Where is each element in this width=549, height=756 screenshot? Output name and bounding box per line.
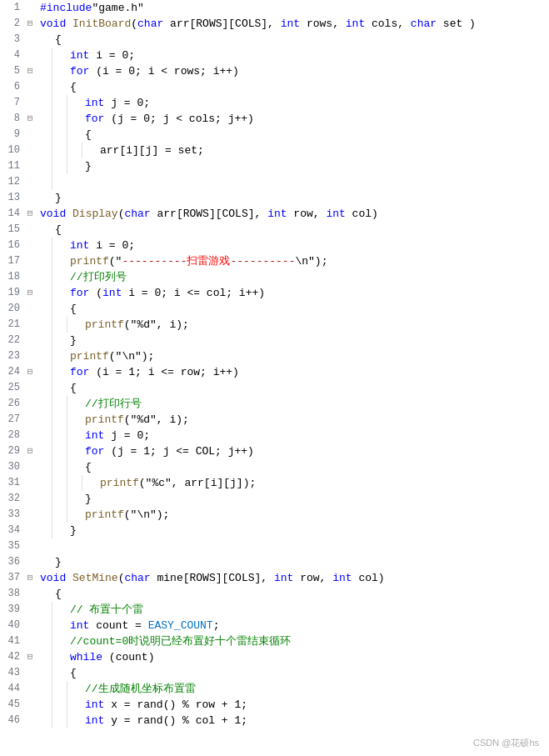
line-number: 16 [0,238,23,253]
line-number: 38 [0,586,23,602]
line-number: 31 [0,475,23,491]
code-text: //打印列号 [67,269,549,285]
fold-button[interactable]: ⊟ [23,111,37,127]
fold-button [23,253,37,269]
fold-button[interactable]: ⊟ [23,206,37,222]
code-text: int count = EASY_COUNT; [67,618,549,633]
fold-button [23,507,37,523]
code-line: 9{ [0,127,549,143]
indent-guide [52,649,67,665]
indent-guide [52,443,67,459]
fold-button[interactable]: ⊟ [23,364,37,380]
code-line: 38{ [0,586,549,602]
line-number: 20 [0,301,23,317]
indent-guide [52,127,67,143]
indent-guide [52,301,67,317]
code-text: for (j = 1; j <= COL; j++) [82,443,549,459]
code-line: 7int j = 0; [0,95,549,111]
fold-button[interactable]: ⊟ [23,63,37,79]
fold-button[interactable]: ⊟ [23,443,37,459]
indent-guide [37,174,52,190]
indent-guide [37,317,52,333]
line-number: 6 [0,79,23,95]
code-text: { [67,301,549,317]
code-line: 5⊟for (i = 0; i < rows; i++) [0,63,549,79]
code-text: arr[i][j] = set; [97,143,549,158]
code-text [52,538,549,554]
code-text: printf("\n"); [67,348,549,364]
indent-guide [52,412,67,428]
line-number: 41 [0,633,23,649]
indent-guide [37,523,52,538]
line-number: 23 [0,348,23,364]
code-text: { [82,459,549,475]
code-line: 43{ [0,665,549,681]
code-text: } [52,190,549,206]
indent-guide [67,127,82,143]
line-number: 28 [0,428,23,443]
code-text: { [52,32,549,48]
line-number: 8 [0,111,23,127]
fold-button[interactable]: ⊟ [23,570,37,586]
line-number: 42 [0,649,23,665]
fold-button[interactable]: ⊟ [23,16,37,32]
line-number: 12 [0,174,23,190]
fold-button[interactable]: ⊟ [23,285,37,301]
fold-button [23,143,37,158]
code-text: } [82,158,549,174]
code-line: 34} [0,523,549,538]
line-number: 29 [0,443,23,459]
indent-guide [52,602,67,618]
code-line: 39// 布置十个雷 [0,602,549,618]
code-line: 30{ [0,459,549,475]
code-line: 11} [0,158,549,174]
indent-guide [52,111,67,127]
indent-guide [37,681,52,697]
code-line: 22} [0,333,549,348]
code-line: 12 [0,174,549,190]
code-text: for (int i = 0; i <= col; i++) [67,285,549,301]
indent-guide [52,364,67,380]
line-number: 33 [0,507,23,523]
fold-button[interactable]: ⊟ [23,649,37,665]
indent-guide [67,95,82,111]
indent-guide [52,269,67,285]
code-line: 26//打印行号 [0,396,549,412]
indent-guide [37,301,52,317]
code-text [67,174,549,190]
line-number: 1 [0,0,23,16]
fold-button [23,633,37,649]
code-text: int i = 0; [67,48,549,63]
line-number: 9 [0,127,23,143]
code-line: 6{ [0,79,549,95]
indent-guide [37,459,52,475]
indent-guide [37,618,52,633]
code-line: 46int y = rand() % col + 1; [0,713,549,728]
fold-button [23,127,37,143]
fold-button [23,79,37,95]
indent-guide [52,681,67,697]
code-text: for (i = 0; i < rows; i++) [67,63,549,79]
fold-button [23,348,37,364]
indent-guide [67,475,82,491]
line-number: 37 [0,570,23,586]
fold-button [23,713,37,728]
code-text: printf("%d", i); [82,317,549,333]
code-line: 15{ [0,222,549,238]
code-text: printf("\n"); [82,507,549,523]
code-text: //打印行号 [82,396,549,412]
code-text: int j = 0; [82,428,549,443]
indent-guide [52,459,67,475]
fold-button [23,491,37,507]
line-number: 24 [0,364,23,380]
code-text: int j = 0; [82,95,549,111]
indent-guide [37,586,52,602]
code-text: int y = rand() % col + 1; [82,713,549,728]
line-number: 40 [0,618,23,633]
indent-guide [52,475,67,491]
fold-button [23,222,37,238]
line-number: 25 [0,380,23,396]
line-number: 19 [0,285,23,301]
indent-guide [37,396,52,412]
line-number: 22 [0,333,23,348]
